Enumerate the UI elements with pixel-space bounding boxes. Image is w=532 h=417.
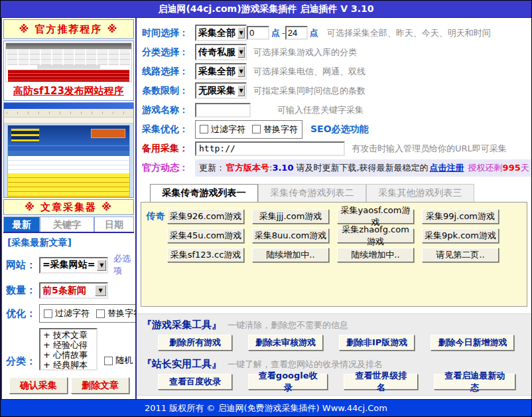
random-label: 随机 bbox=[115, 355, 133, 367]
random-option: 随机 bbox=[104, 355, 133, 371]
collect-game-button[interactable]: 采集926.com游戏 bbox=[167, 209, 244, 224]
limit-select[interactable]: 无限采集 ▼ bbox=[195, 82, 247, 99]
tab-game-list-2[interactable]: 采集传奇游戏列表二 bbox=[258, 184, 366, 202]
promo-header: ※ 官方推荐程序 ※ bbox=[3, 19, 134, 39]
collect-game-button[interactable]: 采集9pk.com游戏 bbox=[422, 228, 499, 243]
collect-game-button[interactable]: 采集45u.com游戏 bbox=[167, 228, 244, 243]
promo-ad-sf123[interactable]: 高防sf123发布网站程序 bbox=[3, 41, 134, 101]
category-select-value: 传奇私服 bbox=[196, 46, 237, 58]
time-label: 时间选择： bbox=[142, 27, 195, 39]
promo-ad-sf123-thumbnail[interactable] bbox=[5, 42, 132, 82]
collect-game-button[interactable]: 陆续增加中.. bbox=[337, 248, 414, 262]
filter-chars-checkbox[interactable] bbox=[44, 309, 52, 318]
sidebar-buttons: 确认采集 删除文章 bbox=[6, 375, 133, 396]
game-name-hint: 可输入任意关键字采集 bbox=[277, 104, 364, 116]
category-option[interactable]: + 经验心得 bbox=[43, 340, 96, 350]
tab-game-list-3[interactable]: 采集其他游戏列表三 bbox=[366, 184, 474, 202]
count-select-value: 前5条新闻 bbox=[40, 285, 95, 297]
collect-game-button[interactable]: 陆续增加中.. bbox=[252, 248, 329, 262]
collect-game-button[interactable]: 采集jjj.com游戏 bbox=[252, 209, 329, 224]
filter-chars-checkbox-main[interactable] bbox=[200, 125, 208, 133]
confirm-collect-button[interactable]: 确认采集 bbox=[9, 377, 68, 394]
category-select[interactable]: 传奇私服 ▼ bbox=[195, 44, 247, 60]
replace-chars-checkbox[interactable] bbox=[96, 309, 105, 318]
thumbnail-decoration bbox=[4, 109, 133, 118]
limit-hint: 可指定采集同时间信息的条数 bbox=[253, 85, 366, 97]
category-option[interactable]: + 经典脚本 bbox=[43, 360, 96, 370]
tab-latest[interactable]: 最新 bbox=[3, 216, 40, 232]
time-row: 时间选择： 采集全部 ▼ 点 - 点 可选择采集全部、昨天、今天、明天和时间 bbox=[137, 23, 531, 42]
hour-to-input[interactable] bbox=[285, 26, 308, 40]
check-google-button[interactable]: 查看google收录 bbox=[248, 374, 328, 390]
optimize-row: 优化： 过滤字符 替换字符 bbox=[6, 304, 133, 323]
dropdown-arrow-icon[interactable]: ▼ bbox=[237, 85, 245, 96]
tab-date[interactable]: 日期 bbox=[94, 216, 134, 232]
check-baidu-button[interactable]: 查看百度收录 bbox=[158, 374, 232, 390]
category-listbox[interactable]: + 技术文章 + 经验心得 + 心情故事 + 经典脚本 bbox=[39, 328, 98, 371]
collect-game-button[interactable]: 采集99j.com游戏 bbox=[422, 209, 499, 224]
tab-game-list-1[interactable]: 采集传奇游戏列表一 bbox=[150, 184, 258, 202]
check-news-button[interactable]: 查看启迪最新动态 bbox=[434, 374, 515, 390]
collect-optimize-label: 采集优化： bbox=[142, 124, 195, 135]
thumbnail-decoration bbox=[11, 128, 40, 143]
collect-game-button[interactable]: 采集zhaofg.com游戏 bbox=[337, 228, 414, 243]
thumbnail-decoration bbox=[4, 118, 133, 124]
footer-bar: 2011 版权所有 © 启迪网(免费游戏采集插件) Www.44cj.Com bbox=[1, 399, 531, 416]
count-select[interactable]: 前5条新闻 ▼ bbox=[39, 282, 108, 299]
game-tools-desc: 一键清除，删除您不需要的信息 bbox=[228, 320, 348, 330]
replace-chars-label: 替换字符 bbox=[107, 307, 137, 319]
collect-game-button[interactable]: 采集yaosf.com游戏 bbox=[337, 209, 414, 224]
thumbnail-decoration bbox=[8, 156, 129, 173]
collect-game-button[interactable]: 采集sf123.cc游戏 bbox=[167, 248, 244, 262]
collect-game-button[interactable]: 请见第二页.. bbox=[422, 248, 499, 262]
website-select[interactable]: =采集网站= ▼ bbox=[39, 257, 108, 274]
delete-today-games-button[interactable]: 删除今日新增游戏 bbox=[431, 335, 514, 351]
version-number: 3.10 bbox=[272, 163, 293, 173]
backup-hint: 有攻击时输入管理员给你的URL即可采集 bbox=[352, 143, 507, 155]
register-link[interactable]: 点击注册 bbox=[430, 162, 464, 174]
news-text: 请及时更新下载,获得最新最稳定的 bbox=[296, 162, 428, 174]
sidebar-form: [采集最新文章] 网站： =采集网站= ▼ 必选项 数量： 前5条新闻 ▼ bbox=[3, 233, 134, 398]
delete-non-ip-games-button[interactable]: 删除非IP版游戏 bbox=[339, 335, 415, 351]
delete-unreviewed-games-button[interactable]: 删除未审核游戏 bbox=[248, 335, 323, 351]
promo-link-sf123[interactable]: 高防sf123发布网站程序 bbox=[4, 84, 133, 100]
category-option[interactable]: + 技术文章 bbox=[43, 330, 96, 340]
dropdown-arrow-icon[interactable]: ▼ bbox=[97, 260, 106, 271]
dropdown-arrow-icon[interactable]: ▼ bbox=[237, 27, 245, 39]
news-content: 更新： 官方版本号 : 3.10 请及时更新下载,获得最新最稳定的 点击注册 授… bbox=[195, 159, 531, 177]
promo-ad-website[interactable] bbox=[3, 102, 134, 198]
delete-all-games-button[interactable]: 删除所有游戏 bbox=[158, 335, 232, 351]
replace-chars-checkbox-main[interactable] bbox=[252, 125, 261, 133]
section-title: [采集最新文章] bbox=[6, 236, 133, 253]
check-rank-button[interactable]: 查看世界级排名 bbox=[344, 374, 418, 390]
replace-chars-label-main: 替换字符 bbox=[263, 124, 298, 135]
line-hint: 可选择采集电信、网通、双线 bbox=[253, 66, 366, 78]
backup-url-input[interactable] bbox=[195, 141, 345, 156]
game-name-input[interactable] bbox=[195, 103, 251, 118]
thumbnail-decoration bbox=[8, 197, 129, 198]
random-checkbox[interactable] bbox=[104, 357, 113, 365]
time-select[interactable]: 采集全部 ▼ bbox=[195, 25, 247, 41]
site-tools-buttons: 查看百度收录 查看google收录 查看世界级排名 查看启迪最新动态 bbox=[158, 374, 531, 390]
dropdown-arrow-icon[interactable]: ▼ bbox=[237, 66, 245, 77]
collect-game-button[interactable]: 采集8uu.com游戏 bbox=[252, 228, 329, 243]
legend-label: 传奇 bbox=[144, 210, 167, 222]
filter-chars-option: 过滤字符 bbox=[44, 307, 90, 319]
category-label: 分类： bbox=[6, 355, 39, 371]
delete-article-button[interactable]: 删除文章 bbox=[71, 377, 129, 394]
required-hint: 必选项 bbox=[113, 253, 133, 277]
category-option[interactable]: + 心情故事 bbox=[43, 350, 96, 360]
tab-keyword[interactable]: 关键字 bbox=[40, 216, 94, 232]
hour-from-input[interactable] bbox=[247, 26, 269, 40]
news-label: 官方动态： bbox=[142, 162, 195, 174]
thumbnail-decoration bbox=[8, 173, 129, 197]
thumbnail-decoration bbox=[4, 103, 133, 109]
game-button-row: 传奇 采集926.com游戏 采集jjj.com游戏 采集yaosf.com游戏… bbox=[144, 209, 527, 224]
site-tools-desc: 一键了解，查看您网站的收录情况及排名 bbox=[228, 359, 383, 369]
dropdown-arrow-icon[interactable]: ▼ bbox=[237, 46, 245, 58]
line-label: 线路选择： bbox=[142, 66, 195, 78]
line-select[interactable]: 采集全部 ▼ bbox=[195, 63, 247, 80]
game-tools-header: 『游戏采集工具』 一键清除，删除您不需要的信息 bbox=[142, 318, 531, 331]
dropdown-arrow-icon[interactable]: ▼ bbox=[95, 285, 106, 296]
site-tools-header: 『站长实用工具』 一键了解，查看您网站的收录情况及排名 bbox=[142, 357, 531, 371]
